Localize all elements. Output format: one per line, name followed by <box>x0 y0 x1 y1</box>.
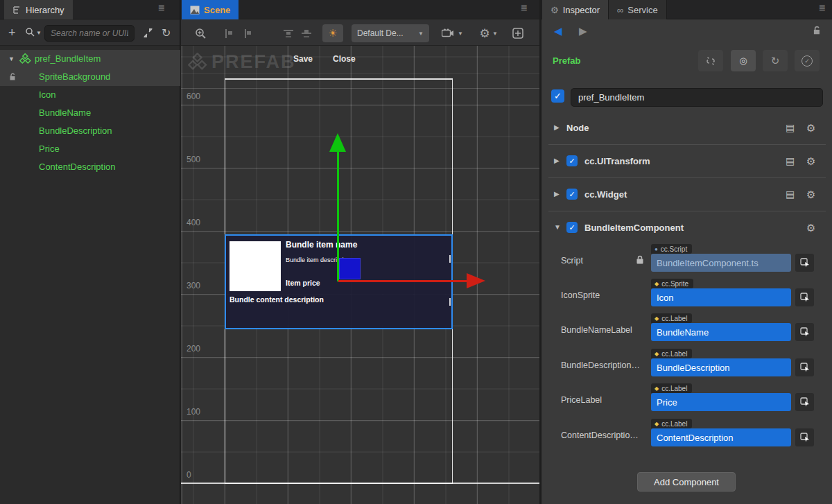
gear-icon[interactable]: ⚙ <box>806 222 815 234</box>
type-dot-icon: ● <box>655 246 658 252</box>
picker-icon[interactable] <box>795 393 814 411</box>
align-center-icon[interactable] <box>239 24 254 42</box>
tree-item[interactable]: BundleDescription <box>0 122 180 140</box>
scene-menu-icon[interactable]: ≡ <box>521 2 527 15</box>
tree-item-label[interactable]: SpriteBackground <box>39 71 110 82</box>
picker-icon[interactable] <box>795 323 814 341</box>
search-type-caret-icon[interactable]: ▼ <box>36 30 42 36</box>
tree-item-label[interactable]: BundleDescription <box>39 125 112 136</box>
ruler-label: 200 <box>187 344 200 354</box>
picker-icon[interactable] <box>795 428 814 446</box>
close-button[interactable]: Close <box>333 54 356 64</box>
node-name-input[interactable] <box>571 88 823 107</box>
type-badge: ◆cc.Sprite <box>651 279 693 288</box>
gear-icon[interactable]: ⚙ <box>806 189 815 201</box>
unlock-icon[interactable] <box>8 72 17 81</box>
tree-item[interactable]: Price <box>0 140 180 158</box>
reference-value-chip[interactable]: BundleName <box>651 323 791 341</box>
gizmo-center-cube[interactable] <box>339 258 361 279</box>
tab-inspector[interactable]: ⚙ Inspector <box>542 0 609 19</box>
tree-item-label[interactable]: ContentDescription <box>39 162 116 172</box>
reference-value-chip[interactable]: ContentDescription <box>651 428 791 446</box>
collapse-all-icon[interactable] <box>143 28 153 38</box>
refresh-icon[interactable]: ↻ <box>162 26 171 40</box>
device-dropdown[interactable]: Default De... ▼ <box>352 24 429 42</box>
reference-value-chip[interactable]: Icon <box>651 288 791 306</box>
tab-scene[interactable]: Scene <box>182 0 239 19</box>
node-active-checkbox[interactable]: ✓ <box>551 89 564 103</box>
scene-settings-gear-icon[interactable]: ⚙ <box>478 24 492 42</box>
gear-icon[interactable]: ⚙ <box>806 155 815 168</box>
tab-hierarchy-label: Hierarchy <box>26 5 64 15</box>
resize-handle[interactable] <box>449 255 451 263</box>
hierarchy-menu-icon[interactable]: ≡ <box>158 2 164 15</box>
prefab-apply-button[interactable]: ✓ <box>795 50 820 71</box>
reference-value-chip[interactable]: BundleDescription <box>651 358 791 376</box>
tree-item[interactable]: SpriteBackground <box>0 68 180 86</box>
picker-icon[interactable] <box>795 358 814 376</box>
docs-icon[interactable]: ▤ <box>786 122 795 133</box>
section-uitransform[interactable]: ▶ ✓ cc.UITransform ▤ ⚙ <box>541 151 832 172</box>
docs-icon[interactable]: ▤ <box>786 189 795 200</box>
search-input[interactable] <box>44 25 135 42</box>
tree-item[interactable]: ContentDescription <box>0 158 180 176</box>
inspector-unlock-icon[interactable] <box>812 25 822 35</box>
property-label: ContentDescriptionLabel <box>561 431 641 440</box>
section-node[interactable]: ▶ Node ▤ ⚙ <box>541 118 832 139</box>
nav-forward-icon[interactable]: ▶ <box>579 25 587 37</box>
inspector-tabbar: ⚙ Inspector ∞ Service ≡ <box>541 0 832 19</box>
prefab-revert-button[interactable]: ↻ <box>763 50 788 71</box>
tree-item-label[interactable]: BundleName <box>39 107 91 118</box>
section-bundleitemcomponent[interactable]: ▼ ✓ BundleItemComponent ⚙ <box>541 218 832 238</box>
docs-icon[interactable]: ▤ <box>786 155 795 166</box>
gear-icon[interactable]: ⚙ <box>806 122 815 134</box>
zoom-icon[interactable] <box>192 24 209 42</box>
picker-icon[interactable] <box>795 254 814 272</box>
add-component-button[interactable]: Add Component <box>637 472 736 492</box>
tree-item[interactable]: BundleName <box>0 104 180 122</box>
section-widget[interactable]: ▶ ✓ cc.Widget ▤ ⚙ <box>541 184 832 205</box>
align-left-icon[interactable] <box>221 24 236 42</box>
tree-item-root[interactable]: ▼ pref_BundleItem <box>0 50 180 68</box>
camera-caret-icon[interactable]: ▼ <box>457 24 464 42</box>
tree-item-label[interactable]: Price <box>39 144 60 154</box>
component-enabled-checkbox[interactable]: ✓ <box>566 155 578 166</box>
collapsed-arrow-icon[interactable]: ▶ <box>554 123 560 131</box>
search-icon[interactable] <box>25 27 35 37</box>
picker-icon[interactable] <box>795 288 814 306</box>
settings-caret-icon[interactable]: ▼ <box>492 24 499 42</box>
collapsed-arrow-icon[interactable]: ▶ <box>554 157 560 164</box>
gizmo-x-axis[interactable] <box>338 280 467 282</box>
create-node-button[interactable]: + <box>8 26 16 40</box>
script-value-chip[interactable]: BundleItemComponent.ts <box>651 254 791 272</box>
distribute-middle-icon[interactable] <box>299 24 314 42</box>
expand-arrow-icon[interactable]: ▼ <box>8 55 15 62</box>
prefab-unlink-button[interactable] <box>698 50 723 71</box>
device-dropdown-value: Default De... <box>357 28 404 38</box>
nav-back-icon[interactable]: ◀ <box>554 25 562 37</box>
reference-value-chip[interactable]: Price <box>651 393 791 411</box>
split-view-icon[interactable] <box>510 24 526 42</box>
gizmo-x-arrowhead[interactable] <box>467 273 485 288</box>
tree-item-label[interactable]: pref_BundleItem <box>35 53 101 64</box>
expanded-arrow-icon[interactable]: ▼ <box>554 223 561 231</box>
inspector-menu-icon[interactable]: ≡ <box>819 2 825 15</box>
scene-panel: Scene ≡ ☀ Default De... ▼ <box>181 0 539 504</box>
light-toggle-button[interactable]: ☀ <box>322 24 343 42</box>
tab-service[interactable]: ∞ Service <box>609 0 667 19</box>
prefab-locate-button[interactable]: ◎ <box>731 50 756 71</box>
resize-handle[interactable] <box>449 298 451 306</box>
scene-viewport[interactable]: PREFAB Save Close 600 500 400 300 200 10… <box>181 46 539 504</box>
prefab-label: Prefab <box>553 55 580 66</box>
save-button[interactable]: Save <box>293 54 313 64</box>
tab-hierarchy[interactable]: Hierarchy <box>4 0 73 19</box>
gizmo-y-arrowhead[interactable] <box>329 133 346 152</box>
collapsed-arrow-icon[interactable]: ▶ <box>554 190 560 198</box>
distribute-top-icon[interactable] <box>281 24 296 42</box>
tree-item[interactable]: Icon <box>0 86 180 104</box>
component-enabled-checkbox[interactable]: ✓ <box>566 222 578 233</box>
tree-item-label[interactable]: Icon <box>39 89 56 100</box>
component-enabled-checkbox[interactable]: ✓ <box>566 189 578 200</box>
camera-icon[interactable] <box>439 24 457 42</box>
property-row-bundledescription: BundleDescriptionLabel ◆cc.Label BundleD… <box>541 349 832 377</box>
